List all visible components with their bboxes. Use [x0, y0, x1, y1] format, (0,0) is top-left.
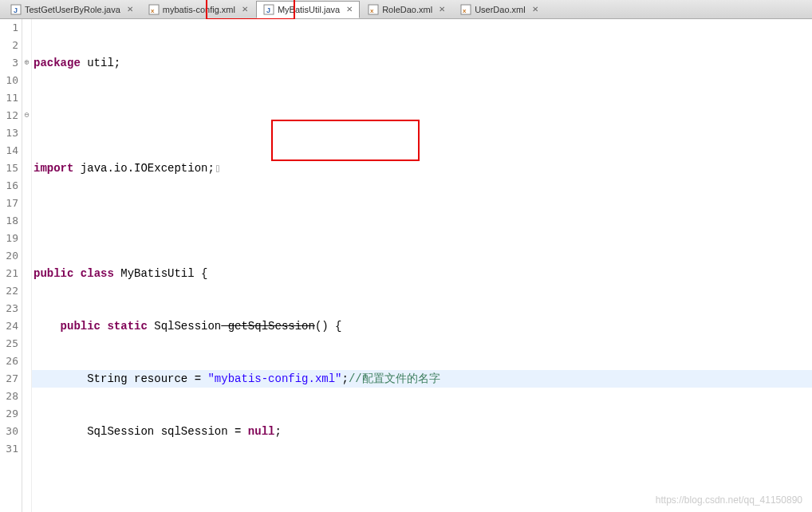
code-line: String resource = "mybatis-config.xml";/… [32, 370, 812, 388]
code-line [32, 107, 812, 124]
line-number: 31 [0, 440, 18, 458]
tab-label: UserDao.xml [475, 5, 526, 14]
tab-label: TestGetUserByRole.java [25, 5, 120, 14]
fold-marker[interactable]: ⊖ [22, 107, 31, 124]
fold-marker[interactable]: ⊕ [22, 54, 31, 72]
line-number: 26 [0, 352, 18, 370]
line-number: 30 [0, 423, 18, 440]
line-number: 24 [0, 317, 18, 335]
line-number: 14 [0, 142, 18, 160]
line-number: 17 [0, 195, 18, 212]
fold-marker[interactable] [22, 142, 31, 160]
fold-marker[interactable] [22, 300, 31, 317]
line-number: 12 [0, 107, 18, 124]
xml-icon: x [460, 4, 471, 15]
svg-text:J: J [14, 6, 18, 14]
java-icon: J [10, 4, 22, 15]
fold-marker[interactable] [22, 265, 31, 282]
line-number: 18 [0, 212, 18, 230]
line-number: 22 [0, 282, 18, 300]
fold-marker[interactable] [22, 230, 31, 247]
fold-marker[interactable] [22, 440, 31, 458]
tab-userdao[interactable]: x UserDao.xml ✕ [453, 1, 546, 18]
line-number: 19 [0, 230, 18, 247]
close-icon[interactable]: ✕ [439, 5, 445, 14]
xml-icon: x [368, 4, 379, 15]
fold-marker[interactable] [22, 89, 31, 107]
fold-marker[interactable] [22, 19, 31, 37]
line-number: 23 [0, 300, 18, 317]
line-number: 3 [0, 54, 18, 72]
fold-marker[interactable] [22, 177, 31, 195]
line-number: 15 [0, 160, 18, 177]
highlight-box-string [271, 120, 420, 161]
editor-area: 1 2 3 10 11 12 13 14 15 16 17 18 19 20 2… [0, 19, 812, 512]
fold-marker[interactable] [22, 37, 31, 54]
close-icon[interactable]: ✕ [127, 5, 133, 14]
code-line: import java.io.IOException;▯ [32, 160, 812, 177]
code-line: public class MyBatisUtil { [32, 265, 812, 282]
tab-testgetuserbyrole[interactable]: J TestGetUserByRole.java ✕ [3, 1, 140, 18]
line-number: 10 [0, 72, 18, 89]
java-icon: J [263, 4, 274, 15]
fold-marker[interactable] [22, 352, 31, 370]
fold-marker[interactable] [22, 124, 31, 142]
close-icon[interactable]: ✕ [346, 5, 353, 14]
line-number: 13 [0, 124, 18, 142]
fold-marker[interactable] [22, 405, 31, 423]
svg-text:x: x [151, 7, 155, 14]
close-icon[interactable]: ✕ [242, 5, 248, 14]
fold-marker[interactable] [22, 160, 31, 177]
line-number: 27 [0, 370, 18, 388]
tab-roledao[interactable]: x RoleDao.xml ✕ [361, 1, 452, 18]
code-line [32, 212, 812, 230]
line-number: 1 [0, 19, 18, 37]
close-icon[interactable]: ✕ [532, 5, 538, 14]
svg-text:J: J [266, 6, 270, 14]
fold-column[interactable]: ⊕ ⊖ [22, 19, 32, 512]
code-editor[interactable]: package util; import java.io.IOException… [32, 19, 812, 512]
fold-marker[interactable] [22, 423, 31, 440]
code-line: package util; [32, 54, 812, 72]
fold-marker[interactable] [22, 195, 31, 212]
line-number: 28 [0, 388, 18, 405]
fold-marker[interactable] [22, 370, 31, 388]
xml-icon: x [148, 4, 160, 15]
fold-marker[interactable] [22, 282, 31, 300]
tab-label: MyBatisUtil.java [278, 5, 340, 14]
code-line: public static SqlSession getSqlSession()… [32, 317, 812, 335]
tab-mybatisutil[interactable]: J MyBatisUtil.java ✕ [256, 1, 360, 18]
line-number: 20 [0, 247, 18, 265]
line-number: 21 [0, 265, 18, 282]
fold-marker[interactable] [22, 317, 31, 335]
svg-text:x: x [463, 7, 467, 14]
line-number: 25 [0, 335, 18, 352]
fold-marker[interactable] [22, 335, 31, 352]
watermark: https://blog.csdn.net/qq_41150890 [656, 494, 802, 506]
fold-marker[interactable] [22, 388, 31, 405]
code-line: SqlSession sqlSession = null; [32, 423, 812, 440]
tab-label: mybatis-config.xml [163, 5, 235, 14]
line-number: 16 [0, 177, 18, 195]
tab-label: RoleDao.xml [382, 5, 432, 14]
fold-marker[interactable] [22, 72, 31, 89]
fold-marker[interactable] [22, 247, 31, 265]
line-number: 11 [0, 89, 18, 107]
line-number: 29 [0, 405, 18, 423]
tab-mybatisconfig[interactable]: x mybatis-config.xml ✕ [141, 1, 255, 18]
fold-marker[interactable] [22, 212, 31, 230]
code-line [32, 475, 812, 493]
line-number: 2 [0, 37, 18, 54]
svg-text:x: x [370, 7, 374, 14]
line-number-gutter[interactable]: 1 2 3 10 11 12 13 14 15 16 17 18 19 20 2… [0, 19, 22, 512]
tab-bar: J TestGetUserByRole.java ✕ x mybatis-con… [0, 0, 812, 19]
